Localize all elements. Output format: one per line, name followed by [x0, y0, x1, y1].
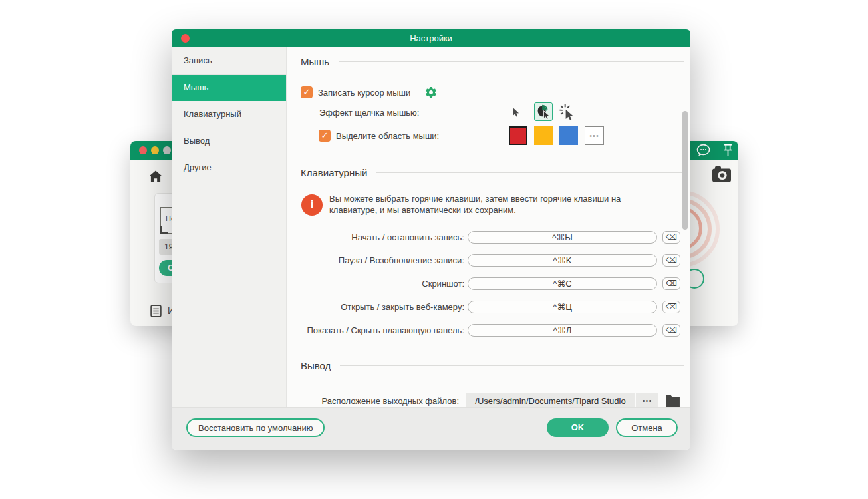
hotkey-pause-resume-field[interactable]: ^⌘K — [468, 254, 657, 267]
output-location-label: Расположение выходных файлов: — [286, 396, 459, 406]
cancel-button[interactable]: Отмена — [616, 418, 678, 437]
hotkey-float-panel-field[interactable]: ^⌘Л — [468, 324, 657, 337]
hotkey-clear-button[interactable]: ⌫ — [662, 277, 680, 290]
hotkey-label: Показать / Скрыть плавающую панель: — [286, 325, 464, 335]
camera-snapshot-button[interactable] — [712, 166, 731, 182]
section-divider — [376, 172, 684, 173]
output-location-row: Расположение выходных файлов: /Users/adm… — [286, 393, 690, 408]
hotkey-clear-button[interactable]: ⌫ — [662, 254, 680, 267]
highlight-area-label: Выделите область мыши: — [336, 131, 439, 141]
history-icon[interactable] — [150, 305, 162, 317]
section-divider — [340, 365, 684, 366]
settings-dialog: Настройки Запись Мышь Клавиатурный Вывод… — [172, 29, 690, 450]
color-swatch-orange[interactable] — [534, 126, 553, 145]
zoom-traffic-light[interactable] — [163, 146, 171, 154]
more-colors-button[interactable]: ••• — [585, 126, 604, 145]
hotkey-label: Скриншот: — [286, 279, 464, 289]
hotkey-row: Пауза / Возобновление записи: ^⌘K ⌫ — [286, 254, 690, 267]
settings-sidebar: Запись Мышь Клавиатурный Вывод Другие — [172, 47, 287, 408]
cursor-highlight-option-selected[interactable] — [534, 102, 553, 121]
hotkey-row: Показать / Скрыть плавающую панель: ^⌘Л … — [286, 324, 690, 337]
scrollbar-thumb[interactable] — [682, 111, 688, 230]
mouse-section-header: Мышь — [301, 56, 684, 67]
pin-icon[interactable] — [722, 144, 734, 157]
settings-content: Мышь ✓ Записать курсор мыши Эффект щелчк… — [286, 47, 690, 408]
sidebar-item-keyboard[interactable]: Клавиатурный — [172, 101, 286, 128]
sidebar-item-mouse[interactable]: Мышь — [172, 75, 286, 101]
hotkey-label: Пауза / Возобновление записи: — [286, 255, 464, 265]
keyboard-section-title: Клавиатурный — [301, 167, 367, 178]
dialog-title: Настройки — [172, 29, 690, 47]
hotkey-info-text: Вы можете выбрать горячие клавиши, затем… — [329, 193, 647, 216]
keyboard-section-header: Клавиатурный — [301, 167, 684, 178]
click-effect-label: Эффект щелчка мышью: — [319, 108, 419, 118]
hotkey-screenshot-field[interactable]: ^⌘C — [468, 277, 657, 290]
hotkey-clear-button[interactable]: ⌫ — [662, 231, 680, 244]
minimize-traffic-light[interactable] — [151, 146, 159, 154]
record-cursor-checkbox[interactable]: ✓ — [301, 86, 313, 98]
cursor-click-rays-option[interactable] — [559, 104, 576, 120]
color-swatch-blue[interactable] — [559, 126, 578, 145]
cursor-gear-icon[interactable] — [424, 86, 438, 99]
hotkey-clear-button[interactable]: ⌫ — [662, 324, 680, 337]
sidebar-item-record[interactable]: Запись — [172, 47, 286, 75]
output-section-title: Вывод — [301, 360, 331, 371]
close-button[interactable] — [181, 34, 190, 43]
hotkey-row: Открыть / закрыть веб-камеру: ^⌘Ц ⌫ — [286, 301, 690, 314]
info-icon: i — [301, 194, 323, 216]
hotkey-row: Начать / остановить запись: ^⌘Ы ⌫ — [286, 231, 690, 244]
crop-corner-icon — [160, 226, 168, 234]
close-traffic-light[interactable] — [139, 146, 147, 154]
feedback-bubble-icon[interactable] — [696, 144, 711, 157]
section-divider — [339, 61, 684, 62]
record-cursor-label: Записать курсор мыши — [318, 88, 410, 98]
cursor-plain-option[interactable] — [510, 106, 521, 118]
dialog-footer: Восстановить по умолчанию OK Отмена — [172, 407, 690, 450]
hotkey-label: Начать / остановить запись: — [286, 232, 464, 242]
output-section-header: Вывод — [301, 360, 684, 371]
restore-defaults-button[interactable]: Восстановить по умолчанию — [186, 418, 325, 437]
hotkey-row: Скриншот: ^⌘C ⌫ — [286, 277, 690, 291]
browse-dots-button[interactable]: ••• — [635, 393, 658, 408]
highlight-area-checkbox[interactable]: ✓ — [319, 130, 331, 142]
output-path-value: /Users/admin/Documents/Tipard Studio — [466, 393, 635, 408]
hotkey-webcam-field[interactable]: ^⌘Ц — [468, 301, 657, 313]
open-folder-icon[interactable] — [665, 394, 680, 407]
hotkey-label: Открыть / закрыть веб-камеру: — [286, 302, 464, 312]
home-icon[interactable] — [149, 170, 162, 183]
ok-button[interactable]: OK — [547, 418, 609, 437]
dialog-titlebar: Настройки — [172, 29, 690, 47]
mouse-section-title: Мышь — [301, 56, 329, 67]
output-location-field[interactable]: /Users/admin/Documents/Tipard Studio ••• — [466, 393, 658, 408]
color-swatch-red[interactable] — [509, 126, 527, 145]
hotkey-clear-button[interactable]: ⌫ — [662, 301, 680, 313]
sidebar-item-output[interactable]: Вывод — [172, 128, 286, 154]
sidebar-item-others[interactable]: Другие — [172, 154, 286, 181]
hotkey-start-stop-field[interactable]: ^⌘Ы — [468, 231, 657, 244]
